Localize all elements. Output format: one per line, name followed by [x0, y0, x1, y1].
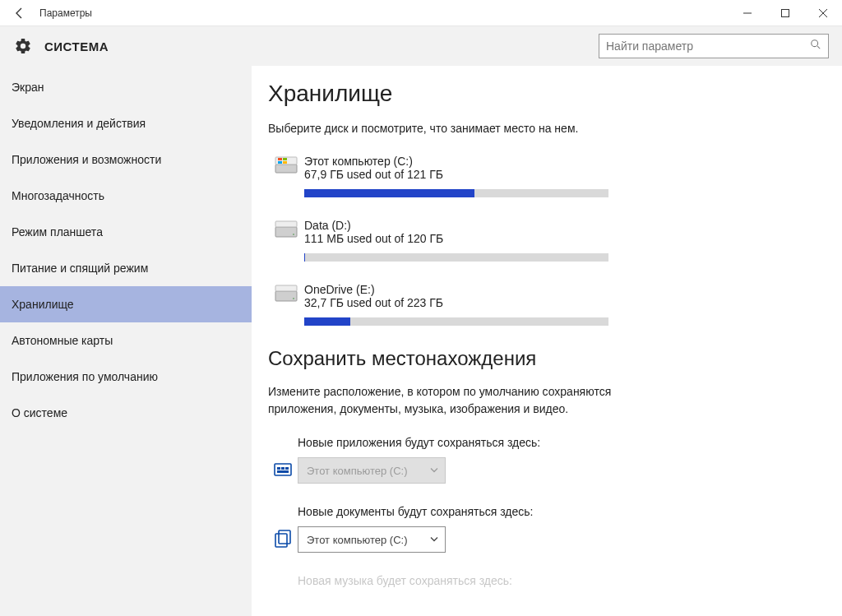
save-location-label: Новые документы будут сохраняться здесь: — [298, 505, 826, 518]
drive-icon — [268, 283, 304, 303]
sidebar-item-label: Приложения по умолчанию — [12, 370, 158, 383]
drive-usage: 32,7 ГБ used out of 223 ГБ — [304, 296, 826, 309]
sidebar-item[interactable]: Приложения и возможности — [0, 141, 252, 178]
sidebar-item[interactable]: Режим планшета — [0, 214, 252, 250]
save-location-type-icon — [268, 530, 298, 549]
svg-rect-20 — [279, 530, 290, 544]
chevron-down-icon — [430, 534, 438, 546]
search-input[interactable] — [606, 39, 810, 53]
sidebar-item-label: Экран — [12, 81, 44, 94]
sidebar-item[interactable]: Многозадачность — [0, 178, 252, 214]
svg-rect-2 — [275, 164, 297, 173]
sidebar-item[interactable]: Экран — [0, 69, 252, 105]
sidebar-item-label: Режим планшета — [12, 225, 103, 239]
drive-row[interactable]: Этот компьютер (C:)67,9 ГБ used out of 1… — [268, 155, 826, 181]
sidebar: ЭкранУведомления и действияПриложения и … — [0, 66, 252, 616]
sidebar-item[interactable]: Хранилище — [0, 286, 252, 322]
save-location-label: Новые приложения будут сохраняться здесь… — [298, 436, 826, 449]
save-locations-description: Измените расположение, в котором по умол… — [268, 383, 613, 418]
save-location-row: Новые приложения будут сохраняться здесь… — [268, 436, 826, 484]
drive-usage-bar — [304, 317, 608, 326]
truncated-row-label: Новая музыка будет сохраняться здесь: — [298, 574, 826, 587]
window-controls — [729, 0, 842, 26]
search-box[interactable] — [599, 34, 829, 58]
page-heading: Хранилище — [268, 81, 826, 107]
svg-rect-8 — [275, 227, 297, 237]
settings-gear-icon — [10, 33, 36, 59]
page-description: Выберите диск и посмотрите, что занимает… — [268, 122, 826, 135]
drive-icon — [268, 155, 304, 174]
svg-rect-4 — [278, 158, 282, 160]
content: Хранилище Выберите диск и посмотрите, чт… — [252, 66, 842, 616]
sidebar-item-label: О системе — [12, 406, 67, 419]
save-location-type-icon — [268, 461, 298, 480]
sidebar-item-label: Автономные карты — [12, 334, 113, 347]
save-location-row: Новые документы будут сохраняться здесь:… — [268, 505, 826, 553]
section-title: СИСТЕМА — [44, 39, 109, 53]
chevron-down-icon — [430, 465, 438, 477]
sidebar-item[interactable]: Питание и спящий режим — [0, 250, 252, 286]
maximize-button[interactable] — [766, 0, 804, 26]
svg-point-10 — [293, 234, 294, 235]
drive-row[interactable]: OneDrive (E:)32,7 ГБ used out of 223 ГБ — [268, 283, 826, 309]
svg-rect-15 — [277, 467, 280, 470]
svg-rect-6 — [278, 161, 282, 164]
sidebar-item[interactable]: Приложения по умолчанию — [0, 359, 252, 395]
save-location-dropdown[interactable]: Этот компьютер (C:) — [298, 526, 446, 553]
dropdown-value: Этот компьютер (C:) — [307, 465, 407, 477]
svg-rect-17 — [285, 467, 289, 470]
drive-row[interactable]: Data (D:)111 МБ used out of 120 ГБ — [268, 219, 826, 245]
drive-icon — [268, 219, 304, 239]
back-button[interactable] — [0, 0, 39, 26]
window-title: Параметры — [39, 7, 729, 19]
drive-usage: 111 МБ used out of 120 ГБ — [304, 232, 826, 245]
save-location-dropdown: Этот компьютер (C:) — [298, 457, 446, 484]
svg-rect-18 — [277, 470, 289, 473]
svg-rect-0 — [782, 9, 789, 16]
drive-name: Data (D:) — [304, 219, 826, 232]
svg-point-13 — [293, 298, 294, 299]
sidebar-item-label: Уведомления и действия — [12, 117, 146, 130]
svg-rect-16 — [281, 467, 285, 470]
close-button[interactable] — [804, 0, 842, 26]
sidebar-item-label: Хранилище — [12, 298, 74, 311]
svg-rect-12 — [275, 285, 297, 291]
drive-name: Этот компьютер (C:) — [304, 155, 826, 168]
header: СИСТЕМА — [0, 26, 842, 66]
sidebar-item-label: Приложения и возможности — [12, 153, 161, 166]
svg-rect-19 — [275, 534, 287, 547]
svg-rect-5 — [283, 158, 287, 160]
search-icon — [810, 39, 821, 53]
save-locations-heading: Сохранить местонахождения — [268, 347, 826, 370]
svg-point-1 — [812, 40, 818, 47]
sidebar-item-label: Питание и спящий режим — [12, 262, 148, 275]
drive-usage-bar — [304, 189, 608, 197]
drive-usage: 67,9 ГБ used out of 121 ГБ — [304, 168, 826, 181]
drive-name: OneDrive (E:) — [304, 283, 826, 296]
svg-rect-11 — [275, 291, 297, 301]
dropdown-value: Этот компьютер (C:) — [307, 534, 407, 546]
titlebar: Параметры — [0, 0, 842, 26]
svg-rect-7 — [283, 161, 287, 164]
sidebar-item[interactable]: О системе — [0, 395, 252, 431]
sidebar-item[interactable]: Уведомления и действия — [0, 105, 252, 141]
drive-usage-bar — [304, 253, 608, 262]
sidebar-item-label: Многозадачность — [12, 189, 104, 202]
sidebar-item[interactable]: Автономные карты — [0, 322, 252, 359]
minimize-button[interactable] — [729, 0, 766, 26]
svg-rect-9 — [275, 221, 297, 227]
